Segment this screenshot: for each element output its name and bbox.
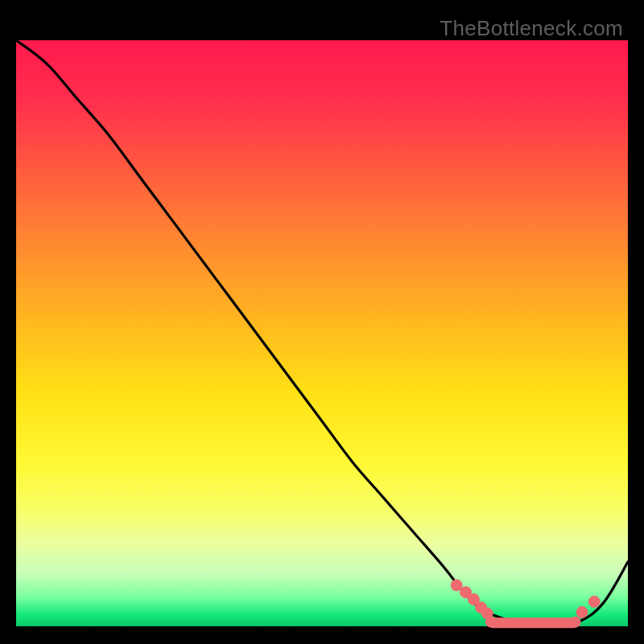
marker-floor-edge — [570, 617, 580, 627]
marker-rising — [576, 607, 588, 618]
marker-floor-edge — [485, 617, 496, 627]
marker-descending — [451, 580, 462, 591]
marker-rising — [588, 596, 600, 607]
marker-floor-band — [488, 617, 579, 628]
chart-plot-area — [16, 40, 628, 626]
chart-svg — [16, 40, 628, 626]
curve-line — [16, 40, 628, 624]
watermark-text: TheBottleneck.com — [440, 16, 623, 41]
curve-markers — [451, 580, 600, 628]
